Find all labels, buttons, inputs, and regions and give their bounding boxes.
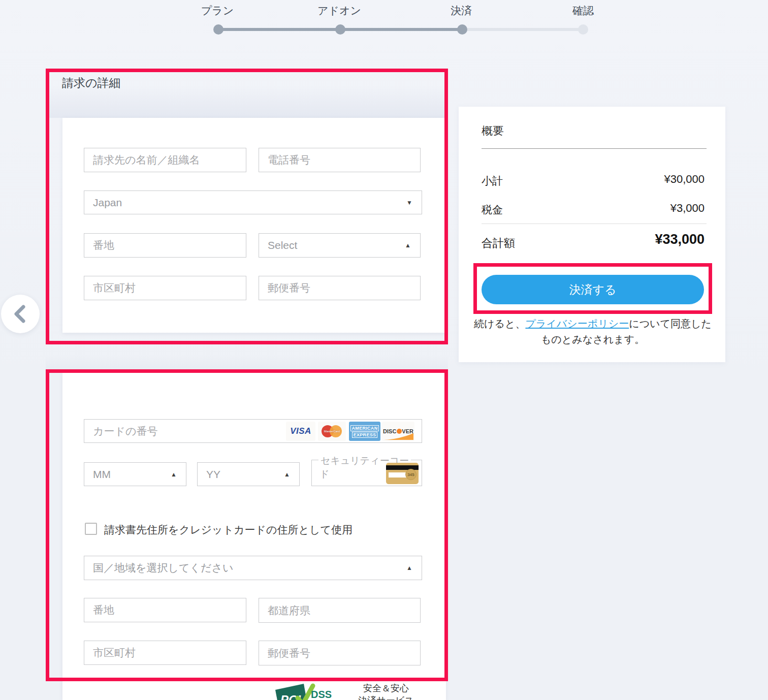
- back-button[interactable]: [1, 295, 40, 333]
- summary-divider-top: [482, 148, 707, 149]
- stepper-step-addon[interactable]: アドオン: [317, 4, 361, 18]
- stepper-step-plan[interactable]: プラン: [201, 4, 234, 18]
- privacy-policy-link[interactable]: プライバシーポリシー: [525, 318, 629, 329]
- secure-service-line2: 決済サービス: [355, 694, 418, 700]
- billing-highlight-box: [46, 69, 448, 344]
- stepper-dot-payment: [457, 24, 467, 35]
- subtotal-value: ¥30,000: [664, 173, 705, 186]
- tax-label: 税金: [482, 203, 503, 217]
- total-label: 合計額: [482, 236, 515, 251]
- chevron-left-icon: [10, 303, 30, 325]
- secure-service-text: 安全＆安心 決済サービス: [355, 682, 418, 700]
- privacy-note: 続けると、プライバシーポリシーについて同意したものとみなされます。: [472, 316, 713, 347]
- payment-highlight-box: [46, 369, 448, 681]
- tax-value: ¥3,000: [670, 202, 705, 215]
- stepper-dot-plan: [213, 24, 223, 35]
- secure-service-line1: 安全＆安心: [355, 682, 418, 694]
- pci-dss-logo: PCI DSS COMPLIANT: [274, 683, 339, 700]
- total-value: ¥33,000: [655, 232, 705, 247]
- dss-text: DSS: [311, 689, 332, 700]
- stepper-step-payment[interactable]: 決済: [451, 4, 472, 18]
- stepper-step-confirm[interactable]: 確認: [572, 4, 594, 18]
- summary-divider-total: [482, 224, 707, 224]
- stepper-dot-addon: [335, 24, 345, 35]
- summary-title: 概要: [482, 123, 504, 139]
- privacy-prefix: 続けると、: [474, 318, 525, 329]
- subtotal-label: 小計: [482, 174, 503, 188]
- stepper-dot-confirm: [578, 24, 588, 35]
- pay-button-highlight-box: [473, 263, 712, 314]
- stepper-track-inactive: [462, 28, 584, 31]
- checkout-page: プラン アドオン 決済 確認 請求の詳細 Japan ▼ Select ▲ 概要…: [0, 0, 768, 700]
